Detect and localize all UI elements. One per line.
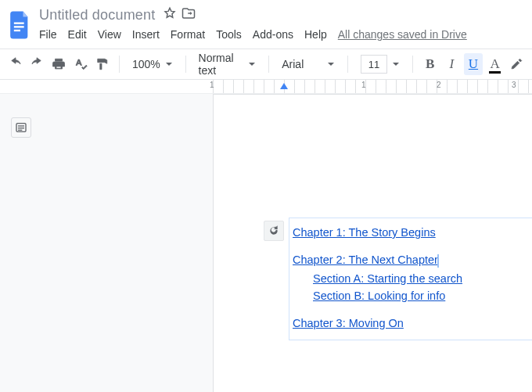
ruler-mark: 3 <box>512 81 516 89</box>
toc-entry[interactable]: Section A: Starting the search <box>313 270 462 287</box>
separator <box>119 56 120 73</box>
ruler-mark: 1 <box>210 81 214 89</box>
menu-insert[interactable]: Insert <box>132 28 160 41</box>
toc-entry-label: Chapter 2: The Next Chapter <box>293 254 438 266</box>
docs-logo-icon[interactable] <box>6 8 34 42</box>
toc-entry-label: Section B: Looking for info <box>313 290 445 302</box>
svg-rect-6 <box>18 130 22 131</box>
undo-button[interactable] <box>6 53 25 75</box>
ruler[interactable]: 1 1 2 3 <box>0 80 532 94</box>
save-status[interactable]: All changes saved in Drive <box>338 28 467 41</box>
toc-entry[interactable]: Chapter 2: The Next Chapter <box>293 251 439 270</box>
font-size-select[interactable]: 11 <box>356 53 404 75</box>
paragraph-style-value: Normal text <box>199 52 244 77</box>
text-cursor <box>437 254 439 268</box>
move-icon[interactable] <box>182 6 196 23</box>
menu-addons[interactable]: Add-ons <box>253 28 293 41</box>
table-of-contents[interactable]: Chapter 1: The Story Begins Chapter 2: T… <box>289 218 532 340</box>
document-title[interactable]: Untitled document <box>39 7 155 23</box>
chevron-down-icon <box>165 58 173 70</box>
menu-format[interactable]: Format <box>171 28 205 41</box>
underline-button[interactable]: U <box>464 53 483 75</box>
toc-entry[interactable]: Chapter 1: The Story Begins <box>293 224 436 241</box>
print-button[interactable] <box>49 53 68 75</box>
text-color-button[interactable]: A <box>486 53 505 75</box>
toc-entry[interactable]: Section B: Looking for info <box>313 287 445 304</box>
menu-edit[interactable]: Edit <box>68 28 87 41</box>
toc-entry-label: Chapter 3: Moving On <box>293 317 404 329</box>
chevron-down-icon <box>248 58 256 70</box>
highlight-button[interactable] <box>507 53 526 75</box>
svg-rect-0 <box>14 23 24 24</box>
indent-marker-icon[interactable] <box>280 83 288 89</box>
menu-tools[interactable]: Tools <box>216 28 242 41</box>
ruler-mark: 1 <box>361 81 366 89</box>
italic-button[interactable]: I <box>443 53 462 75</box>
bold-button[interactable]: B <box>421 53 440 75</box>
toc-entry[interactable]: Chapter 3: Moving On <box>293 315 404 332</box>
toc-entry-label: Chapter 1: The Story Begins <box>293 226 436 239</box>
toc-refresh-button[interactable] <box>264 221 284 241</box>
svg-rect-2 <box>14 30 20 31</box>
star-icon[interactable] <box>163 6 177 23</box>
zoom-value: 100% <box>132 58 160 70</box>
font-family-select[interactable]: Arial <box>277 53 340 75</box>
paragraph-style-select[interactable]: Normal text <box>194 53 261 75</box>
svg-rect-5 <box>18 128 24 128</box>
menu-help[interactable]: Help <box>304 28 327 41</box>
separator <box>268 56 269 73</box>
document-outline-button[interactable] <box>11 117 31 138</box>
menubar: File Edit View Insert Format Tools Add-o… <box>39 23 526 41</box>
separator <box>412 56 413 73</box>
font-size-value: 11 <box>361 55 387 74</box>
svg-rect-4 <box>18 125 24 126</box>
separator <box>185 56 186 73</box>
toc-entry-label: Section A: Starting the search <box>313 272 462 285</box>
paint-format-button[interactable] <box>92 53 111 75</box>
zoom-select[interactable]: 100% <box>128 53 178 75</box>
redo-button[interactable] <box>28 53 47 75</box>
ruler-mark: 2 <box>437 81 441 89</box>
chevron-down-icon <box>327 58 335 70</box>
menu-file[interactable]: File <box>39 28 57 41</box>
spellcheck-button[interactable] <box>71 53 90 75</box>
toolbar: 100% Normal text Arial 11 B I U A <box>0 49 532 80</box>
separator <box>347 56 348 73</box>
menu-view[interactable]: View <box>98 28 121 41</box>
chevron-down-icon <box>392 58 400 70</box>
font-family-value: Arial <box>282 58 304 70</box>
svg-rect-1 <box>14 26 24 27</box>
